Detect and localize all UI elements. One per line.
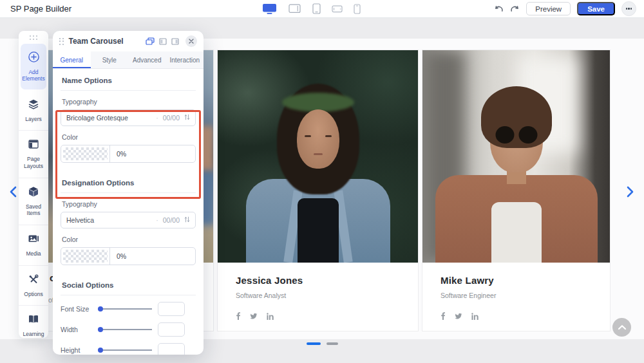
- sidebar-item-add-elements[interactable]: Add Elements: [21, 44, 46, 89]
- panel-tabs: General Style Advanced Interaction: [53, 51, 204, 69]
- builder-sidebar: Add Elements Layers Page Layouts Saved I…: [19, 31, 48, 338]
- color-label: Color: [62, 133, 194, 141]
- mobile-portrait-view-icon[interactable]: [354, 4, 361, 14]
- panel-body: Name Options Typography Bricolage Grotes…: [53, 69, 204, 355]
- social-links: [236, 312, 418, 320]
- tab-general[interactable]: General: [53, 51, 91, 68]
- separator-dot: ·: [156, 216, 158, 224]
- height-slider[interactable]: [98, 349, 152, 351]
- section-heading-name-options: Name Options: [61, 69, 196, 91]
- responsive-device-switcher: [262, 0, 361, 17]
- slider-label: Width: [61, 326, 98, 333]
- name-color-field: 0%: [61, 145, 196, 163]
- sidebar-item-saved-items[interactable]: Saved Items: [19, 178, 48, 225]
- sidebar-drag-handle-icon[interactable]: [19, 31, 48, 42]
- width-slider[interactable]: [98, 329, 152, 330]
- swap-arrows-icon: [184, 216, 190, 224]
- twitter-icon[interactable]: [250, 313, 258, 320]
- more-options-icon[interactable]: [621, 1, 636, 16]
- opacity-value[interactable]: 0%: [110, 248, 195, 265]
- cube-icon: [28, 186, 39, 200]
- float-window-icon[interactable]: [146, 37, 155, 45]
- font-variant-value: 00/00: [163, 216, 180, 224]
- app-title: SP Page Builder: [10, 0, 71, 17]
- carousel-prev-button[interactable]: [6, 184, 20, 200]
- sidebar-item-page-layouts[interactable]: Page Layouts: [19, 131, 48, 178]
- twitter-icon[interactable]: [455, 313, 462, 320]
- font-family-value: Helvetica: [66, 216, 156, 224]
- section-heading-designation-options: Designation Options: [61, 171, 196, 193]
- undo-icon[interactable]: [494, 5, 504, 13]
- typography-label: Typography: [62, 98, 194, 106]
- tablet-portrait-view-icon[interactable]: [312, 3, 321, 14]
- card-info: Mike Lawry Software Engineer: [422, 263, 610, 331]
- plus-circle-icon: [28, 51, 40, 66]
- sidebar-item-layers[interactable]: Layers: [19, 91, 48, 131]
- team-card-mike: Mike Lawry Software Engineer: [422, 50, 611, 331]
- width-input[interactable]: [158, 322, 185, 337]
- member-name: Jessica Jones: [236, 275, 418, 286]
- layers-icon: [28, 98, 39, 113]
- slider-handle[interactable]: [98, 327, 103, 332]
- carousel-next-button[interactable]: [623, 184, 637, 200]
- designation-color-field: 0%: [61, 247, 196, 265]
- color-swatch[interactable]: [61, 248, 110, 265]
- page-layout-icon: [28, 138, 39, 153]
- sidebar-item-learning[interactable]: Learning: [19, 306, 48, 346]
- member-role: Software Engineer: [440, 292, 610, 299]
- typography-label: Typography: [62, 200, 194, 208]
- addon-settings-panel: Team Carousel General Style Advanced: [53, 31, 204, 355]
- swap-arrows-icon: [184, 114, 190, 122]
- member-name: Mike Lawry: [440, 275, 610, 286]
- linkedin-icon[interactable]: [267, 313, 274, 320]
- member-role: Software Analyst: [236, 292, 418, 299]
- sidebar-item-media[interactable]: Media: [19, 225, 48, 266]
- page-builder-app: o of Jessica Jones Software Analyst: [0, 0, 644, 363]
- designation-typography-select[interactable]: Helvetica · 00/00: [61, 212, 196, 228]
- slider-label: Height: [61, 346, 98, 354]
- separator-dot: ·: [156, 114, 158, 122]
- dock-right-icon[interactable]: [171, 38, 179, 45]
- tab-interaction[interactable]: Interaction: [166, 51, 204, 68]
- section-heading-social-options: Social Options: [61, 274, 196, 295]
- color-swatch[interactable]: [61, 145, 110, 162]
- linkedin-icon[interactable]: [471, 313, 478, 320]
- panel-header: Team Carousel: [53, 31, 204, 51]
- sidebar-item-options[interactable]: Options: [19, 266, 48, 306]
- scroll-to-top-button[interactable]: [612, 318, 631, 337]
- panel-drag-handle-icon[interactable]: [59, 38, 64, 45]
- save-button[interactable]: Save: [577, 2, 615, 15]
- media-icon: [28, 233, 39, 247]
- slider-handle[interactable]: [98, 306, 103, 312]
- team-photo-mike: [422, 50, 610, 263]
- font-size-row: Font Size: [61, 302, 196, 316]
- preview-button[interactable]: Preview: [526, 2, 571, 15]
- facebook-icon[interactable]: [236, 312, 241, 320]
- facebook-icon[interactable]: [440, 312, 446, 320]
- dock-left-icon[interactable]: [159, 38, 167, 45]
- card-info: Jessica Jones Software Analyst: [218, 263, 418, 331]
- panel-window-controls: [146, 35, 197, 47]
- font-size-slider[interactable]: [98, 308, 152, 310]
- top-toolbar: SP Page Builder: [0, 0, 644, 18]
- slider-handle[interactable]: [98, 348, 103, 353]
- pagination-dash-active[interactable]: [307, 342, 321, 345]
- tab-advanced[interactable]: Advanced: [128, 51, 166, 68]
- tablet-landscape-view-icon[interactable]: [289, 4, 301, 14]
- mobile-landscape-view-icon[interactable]: [332, 5, 343, 13]
- toolbar-actions: Preview Save: [494, 0, 636, 17]
- desktop-view-icon[interactable]: [262, 3, 278, 14]
- book-icon: [28, 313, 39, 328]
- tab-style[interactable]: Style: [91, 51, 129, 68]
- redo-icon[interactable]: [510, 5, 520, 13]
- height-input[interactable]: [158, 343, 185, 355]
- color-label: Color: [62, 236, 194, 243]
- name-typography-select[interactable]: Bricolage Grotesque · 00/00: [61, 109, 196, 126]
- tools-icon: [28, 274, 39, 288]
- height-row: Height: [61, 343, 196, 355]
- opacity-value[interactable]: 0%: [110, 145, 195, 162]
- close-icon[interactable]: [185, 35, 197, 47]
- font-variant-value: 00/00: [163, 114, 180, 122]
- font-size-input[interactable]: [158, 302, 185, 316]
- pagination-dash[interactable]: [327, 342, 338, 345]
